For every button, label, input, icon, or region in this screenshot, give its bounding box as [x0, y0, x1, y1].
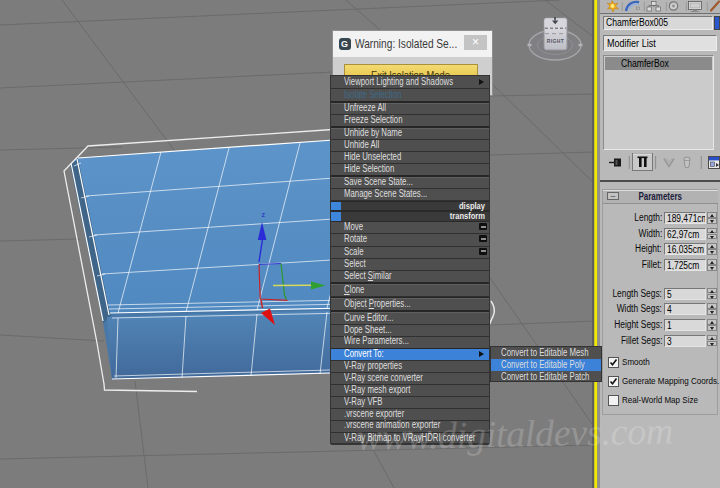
svg-text:RIGHT: RIGHT [547, 38, 565, 44]
svg-text:z: z [262, 211, 266, 218]
